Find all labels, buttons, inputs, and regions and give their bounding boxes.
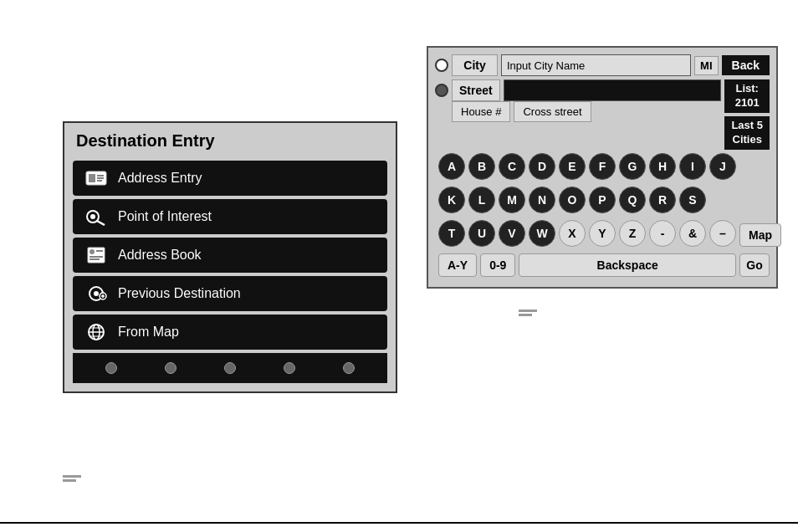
previous-dest-icon xyxy=(84,284,108,303)
destination-entry-panel: Destination Entry Address Entry xyxy=(63,121,397,393)
keyboard-row-2: K L M N O P Q R S xyxy=(438,187,770,213)
dest-bottom-bar xyxy=(73,353,387,383)
bottom-dot-2[interactable] xyxy=(165,362,176,374)
key-X[interactable]: X xyxy=(559,220,586,247)
key-V[interactable]: V xyxy=(499,220,525,247)
key-H[interactable]: H xyxy=(649,153,676,180)
key-A[interactable]: A xyxy=(438,153,465,180)
svg-line-6 xyxy=(97,221,105,225)
key-I[interactable]: I xyxy=(679,153,706,180)
svg-rect-8 xyxy=(88,248,105,263)
previous-dest-label: Previous Destination xyxy=(118,286,241,301)
bottom-dot-1[interactable] xyxy=(105,362,117,374)
address-keyboard-panel: City Input City Name MI Back Street Hous… xyxy=(427,46,778,289)
icon-line-2 xyxy=(63,479,76,482)
go-button[interactable]: Go xyxy=(739,253,770,277)
from-map-item[interactable]: From Map xyxy=(73,315,387,350)
from-map-label: From Map xyxy=(118,325,179,340)
keyboard-row-3: T U V W X Y Z - & – xyxy=(438,220,736,247)
bottom-dot-5[interactable] xyxy=(343,362,355,374)
key-O[interactable]: O xyxy=(559,187,586,213)
key-T[interactable]: T xyxy=(438,220,465,247)
city-radio[interactable] xyxy=(435,59,448,72)
house-button[interactable]: House # xyxy=(452,101,510,122)
key-G[interactable]: G xyxy=(619,153,646,180)
keyboard-row-1: A B C D E F G H I J xyxy=(438,153,770,180)
key-K[interactable]: K xyxy=(438,187,465,213)
keyboard-bottom-row: A-Y 0-9 Backspace Go xyxy=(438,253,770,277)
key-Y[interactable]: Y xyxy=(589,220,616,247)
svg-point-14 xyxy=(94,291,99,296)
separator-line xyxy=(0,522,798,524)
list-last5-block: List: 2101 Last 5 Cities xyxy=(724,79,770,150)
key-Q[interactable]: Q xyxy=(619,187,646,213)
bottom-dot-4[interactable] xyxy=(284,362,295,374)
house-cross-row: House # Cross street xyxy=(452,101,721,122)
previous-dest-item[interactable]: Previous Destination xyxy=(73,276,387,311)
key-D[interactable]: D xyxy=(529,153,555,180)
key-W[interactable]: W xyxy=(529,220,555,247)
key-B[interactable]: B xyxy=(468,153,495,180)
icon-line-4 xyxy=(519,314,532,316)
city-label: City xyxy=(452,54,498,76)
address-entry-label: Address Entry xyxy=(118,171,202,186)
poi-icon xyxy=(84,207,108,226)
key-R[interactable]: R xyxy=(649,187,676,213)
last5-button[interactable]: Last 5 Cities xyxy=(724,116,770,150)
city-row: City Input City Name MI Back xyxy=(435,54,770,76)
svg-point-7 xyxy=(90,214,95,219)
key-C[interactable]: C xyxy=(499,153,525,180)
key-L[interactable]: L xyxy=(468,187,495,213)
icon-line-1 xyxy=(63,475,81,478)
key-M[interactable]: M xyxy=(499,187,525,213)
svg-rect-9 xyxy=(90,249,95,254)
svg-rect-1 xyxy=(89,174,95,182)
small-icon-left xyxy=(63,475,81,482)
key-N[interactable]: N xyxy=(529,187,555,213)
street-row: Street xyxy=(435,79,721,101)
dest-panel-title: Destination Entry xyxy=(73,131,387,151)
mi-badge: MI xyxy=(694,56,718,75)
key-ampersand[interactable]: & xyxy=(679,220,706,247)
key-P[interactable]: P xyxy=(589,187,616,213)
address-book-icon xyxy=(84,246,108,264)
key-Z[interactable]: Z xyxy=(619,220,646,247)
09-button[interactable]: 0-9 xyxy=(480,253,515,277)
city-input[interactable]: Input City Name xyxy=(501,54,691,76)
key-U[interactable]: U xyxy=(468,220,495,247)
key-dash[interactable]: - xyxy=(649,220,676,247)
poi-label: Point of Interest xyxy=(118,209,212,224)
small-icon-right xyxy=(519,309,537,316)
key-endash[interactable]: – xyxy=(709,220,736,247)
icon-line-3 xyxy=(519,309,537,312)
from-map-icon xyxy=(84,323,108,341)
key-S[interactable]: S xyxy=(679,187,706,213)
address-entry-icon xyxy=(84,169,108,187)
map-button[interactable]: Map xyxy=(739,223,781,247)
ay-button[interactable]: A-Y xyxy=(438,253,477,277)
key-J[interactable]: J xyxy=(709,153,736,180)
address-entry-item[interactable]: Address Entry xyxy=(73,161,387,196)
address-book-item[interactable]: Address Book xyxy=(73,238,387,273)
address-book-label: Address Book xyxy=(118,248,202,263)
dest-menu: Address Entry Point of Interest xyxy=(73,161,387,350)
cross-street-button[interactable]: Cross street xyxy=(514,101,591,122)
list-block: List: 2101 xyxy=(724,79,770,113)
street-radio[interactable] xyxy=(435,84,448,97)
back-button[interactable]: Back xyxy=(722,55,770,75)
key-E[interactable]: E xyxy=(559,153,586,180)
street-label: Street xyxy=(452,79,500,101)
backspace-button[interactable]: Backspace xyxy=(519,253,736,277)
bottom-dot-3[interactable] xyxy=(224,362,236,374)
key-F[interactable]: F xyxy=(589,153,616,180)
poi-item[interactable]: Point of Interest xyxy=(73,199,387,234)
street-input[interactable] xyxy=(504,79,722,101)
